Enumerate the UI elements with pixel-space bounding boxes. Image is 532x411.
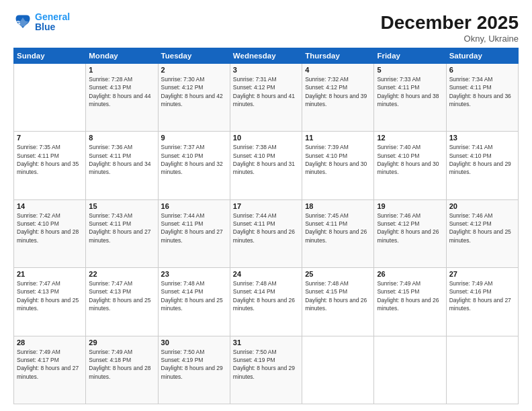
title-block: December 2025 Okny, Ukraine (381, 12, 519, 44)
day-number: 22 (89, 270, 154, 278)
day-cell-4-4 (302, 336, 374, 404)
day-cell-4-6 (446, 336, 518, 404)
day-cell-0-4: 4 Sunrise: 7:32 AMSunset: 4:12 PMDayligh… (302, 64, 374, 132)
day-cell-3-5: 26 Sunrise: 7:49 AMSunset: 4:15 PMDaylig… (374, 268, 446, 336)
day-number: 11 (305, 134, 371, 142)
day-info: Sunrise: 7:44 AMSunset: 4:11 PMDaylight:… (161, 212, 227, 244)
day-number: 28 (17, 338, 83, 347)
day-number: 31 (233, 338, 299, 347)
day-number: 24 (233, 270, 299, 278)
day-number: 2 (161, 66, 227, 74)
day-info: Sunrise: 7:28 AMSunset: 4:13 PMDaylight:… (89, 75, 154, 108)
header: G General Blue December 2025 Okny, Ukrai… (13, 12, 519, 44)
col-wednesday: Wednesday (230, 48, 302, 64)
day-number: 21 (17, 270, 83, 278)
day-info: Sunrise: 7:49 AMSunset: 4:18 PMDaylight:… (89, 348, 154, 381)
page: G General Blue December 2025 Okny, Ukrai… (0, 0, 532, 411)
logo-general: General (35, 11, 70, 22)
day-number: 4 (305, 66, 371, 74)
day-number: 6 (449, 66, 515, 74)
day-cell-2-2: 16 Sunrise: 7:44 AMSunset: 4:11 PMDaylig… (158, 199, 230, 267)
day-cell-2-6: 20 Sunrise: 7:46 AMSunset: 4:12 PMDaylig… (446, 199, 518, 267)
day-info: Sunrise: 7:35 AMSunset: 4:11 PMDaylight:… (17, 143, 83, 176)
day-number: 23 (161, 270, 227, 278)
location: Okny, Ukraine (381, 34, 519, 44)
col-friday: Friday (374, 48, 446, 64)
day-info: Sunrise: 7:44 AMSunset: 4:11 PMDaylight:… (233, 212, 299, 244)
day-number: 16 (161, 202, 227, 210)
day-number: 17 (233, 202, 299, 210)
day-number: 30 (161, 338, 227, 347)
day-number: 7 (17, 134, 83, 142)
day-cell-4-0: 28 Sunrise: 7:49 AMSunset: 4:17 PMDaylig… (14, 336, 86, 404)
day-info: Sunrise: 7:42 AMSunset: 4:10 PMDaylight:… (17, 212, 83, 244)
day-info: Sunrise: 7:40 AMSunset: 4:10 PMDaylight:… (377, 143, 443, 176)
week-row-5: 28 Sunrise: 7:49 AMSunset: 4:17 PMDaylig… (14, 336, 519, 404)
week-row-2: 7 Sunrise: 7:35 AMSunset: 4:11 PMDayligh… (14, 132, 519, 199)
day-number: 26 (377, 270, 443, 278)
day-info: Sunrise: 7:33 AMSunset: 4:11 PMDaylight:… (377, 75, 443, 108)
day-info: Sunrise: 7:48 AMSunset: 4:15 PMDaylight:… (305, 279, 371, 312)
day-cell-1-5: 12 Sunrise: 7:40 AMSunset: 4:10 PMDaylig… (374, 132, 446, 199)
day-info: Sunrise: 7:30 AMSunset: 4:12 PMDaylight:… (161, 75, 227, 108)
col-monday: Monday (86, 48, 158, 64)
day-info: Sunrise: 7:34 AMSunset: 4:11 PMDaylight:… (449, 75, 515, 108)
day-info: Sunrise: 7:41 AMSunset: 4:10 PMDaylight:… (449, 143, 515, 176)
col-sunday: Sunday (14, 48, 86, 64)
day-number: 15 (89, 202, 154, 210)
day-info: Sunrise: 7:32 AMSunset: 4:12 PMDaylight:… (305, 75, 371, 108)
logo-text: General Blue (35, 12, 70, 33)
day-cell-3-6: 27 Sunrise: 7:49 AMSunset: 4:16 PMDaylig… (446, 268, 518, 336)
week-row-4: 21 Sunrise: 7:47 AMSunset: 4:13 PMDaylig… (14, 268, 519, 336)
col-thursday: Thursday (302, 48, 374, 64)
day-info: Sunrise: 7:47 AMSunset: 4:13 PMDaylight:… (89, 279, 154, 312)
day-cell-2-1: 15 Sunrise: 7:43 AMSunset: 4:11 PMDaylig… (86, 199, 158, 267)
logo: G General Blue (13, 12, 70, 33)
day-number: 5 (377, 66, 443, 74)
day-info: Sunrise: 7:49 AMSunset: 4:16 PMDaylight:… (449, 279, 515, 312)
day-cell-2-5: 19 Sunrise: 7:46 AMSunset: 4:12 PMDaylig… (374, 199, 446, 267)
day-cell-4-5 (374, 336, 446, 404)
day-number: 25 (305, 270, 371, 278)
day-info: Sunrise: 7:49 AMSunset: 4:17 PMDaylight:… (17, 348, 83, 381)
day-cell-1-2: 9 Sunrise: 7:37 AMSunset: 4:10 PMDayligh… (158, 132, 230, 199)
day-number: 12 (377, 134, 443, 142)
day-cell-4-2: 30 Sunrise: 7:50 AMSunset: 4:19 PMDaylig… (158, 336, 230, 404)
day-cell-0-5: 5 Sunrise: 7:33 AMSunset: 4:11 PMDayligh… (374, 64, 446, 132)
day-number: 18 (305, 202, 371, 210)
day-info: Sunrise: 7:48 AMSunset: 4:14 PMDaylight:… (161, 279, 227, 312)
day-number: 13 (449, 134, 515, 142)
day-info: Sunrise: 7:49 AMSunset: 4:15 PMDaylight:… (377, 279, 443, 312)
day-number: 29 (89, 338, 154, 347)
day-cell-1-0: 7 Sunrise: 7:35 AMSunset: 4:11 PMDayligh… (14, 132, 86, 199)
day-cell-3-0: 21 Sunrise: 7:47 AMSunset: 4:13 PMDaylig… (14, 268, 86, 336)
day-number: 9 (161, 134, 227, 142)
day-cell-0-0 (14, 64, 86, 132)
day-number: 3 (233, 66, 299, 74)
day-number: 27 (449, 270, 515, 278)
day-cell-2-4: 18 Sunrise: 7:45 AMSunset: 4:11 PMDaylig… (302, 199, 374, 267)
day-info: Sunrise: 7:46 AMSunset: 4:12 PMDaylight:… (377, 212, 443, 244)
col-tuesday: Tuesday (158, 48, 230, 64)
day-cell-0-6: 6 Sunrise: 7:34 AMSunset: 4:11 PMDayligh… (446, 64, 518, 132)
logo-blue: Blue (35, 22, 70, 32)
col-saturday: Saturday (446, 48, 518, 64)
day-info: Sunrise: 7:43 AMSunset: 4:11 PMDaylight:… (89, 212, 154, 244)
day-info: Sunrise: 7:36 AMSunset: 4:11 PMDaylight:… (89, 143, 154, 176)
day-cell-4-3: 31 Sunrise: 7:50 AMSunset: 4:19 PMDaylig… (230, 336, 302, 404)
day-info: Sunrise: 7:48 AMSunset: 4:14 PMDaylight:… (233, 279, 299, 312)
day-number: 14 (17, 202, 83, 210)
day-cell-2-3: 17 Sunrise: 7:44 AMSunset: 4:11 PMDaylig… (230, 199, 302, 267)
week-row-3: 14 Sunrise: 7:42 AMSunset: 4:10 PMDaylig… (14, 199, 519, 267)
day-cell-3-4: 25 Sunrise: 7:48 AMSunset: 4:15 PMDaylig… (302, 268, 374, 336)
day-cell-1-1: 8 Sunrise: 7:36 AMSunset: 4:11 PMDayligh… (86, 132, 158, 199)
calendar-table: Sunday Monday Tuesday Wednesday Thursday… (13, 48, 519, 404)
day-number: 8 (89, 134, 154, 142)
day-number: 19 (377, 202, 443, 210)
day-cell-0-3: 3 Sunrise: 7:31 AMSunset: 4:12 PMDayligh… (230, 64, 302, 132)
day-info: Sunrise: 7:47 AMSunset: 4:13 PMDaylight:… (17, 279, 83, 312)
day-cell-1-4: 11 Sunrise: 7:39 AMSunset: 4:10 PMDaylig… (302, 132, 374, 199)
day-info: Sunrise: 7:39 AMSunset: 4:10 PMDaylight:… (305, 143, 371, 176)
day-info: Sunrise: 7:50 AMSunset: 4:19 PMDaylight:… (161, 348, 227, 381)
month-title: December 2025 (381, 12, 519, 34)
